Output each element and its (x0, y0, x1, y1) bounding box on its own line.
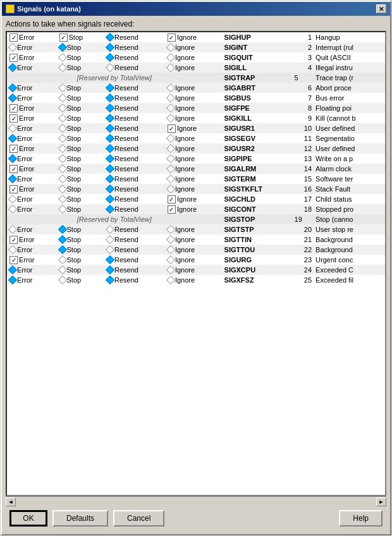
stop-checkbox[interactable] (58, 265, 66, 274)
stop-checkbox[interactable] (58, 245, 66, 254)
ignore-checkbox[interactable] (166, 144, 175, 153)
ignore-checkbox[interactable] (166, 255, 175, 264)
error-checkbox[interactable] (8, 83, 17, 92)
error-checkbox[interactable] (8, 245, 17, 254)
ignore-checkbox[interactable] (166, 185, 175, 193)
error-checkbox[interactable] (8, 124, 17, 133)
error-checkbox[interactable] (8, 195, 17, 204)
error-checkbox[interactable] (8, 43, 17, 52)
defaults-button[interactable]: Defaults (52, 510, 108, 527)
stop-checkbox[interactable] (58, 235, 66, 244)
resend-checkbox[interactable] (106, 134, 114, 143)
help-button[interactable]: Help (339, 510, 383, 527)
error-checkbox[interactable]: ✓ (9, 34, 18, 42)
stop-checkbox[interactable]: ✓ (59, 34, 68, 42)
stop-checkbox[interactable] (58, 276, 66, 284)
error-checkbox[interactable]: ✓ (9, 104, 18, 113)
error-checkbox[interactable]: ✓ (9, 256, 18, 264)
stop-checkbox[interactable] (58, 185, 66, 193)
scroll-left-btn[interactable]: ◄ (6, 497, 16, 506)
ignore-checkbox[interactable] (166, 276, 175, 284)
stop-checkbox[interactable] (58, 94, 66, 102)
resend-checkbox[interactable] (106, 83, 114, 92)
stop-checkbox[interactable] (58, 124, 66, 133)
stop-checkbox[interactable] (58, 104, 66, 113)
stop-checkbox[interactable] (58, 134, 66, 143)
resend-checkbox[interactable] (106, 235, 114, 244)
error-checkbox[interactable] (8, 154, 17, 163)
error-checkbox[interactable] (8, 174, 17, 183)
ignore-checkbox[interactable] (166, 174, 175, 183)
error-checkbox[interactable] (8, 265, 17, 274)
stop-checkbox[interactable] (58, 114, 66, 123)
error-checkbox[interactable]: ✓ (9, 165, 18, 173)
resend-checkbox[interactable] (106, 255, 114, 264)
signals-table-container[interactable]: ✓Error✓StopResend✓IgnoreSIGHUP1HangupErr… (6, 31, 386, 496)
ignore-checkbox[interactable] (166, 245, 175, 254)
stop-checkbox[interactable] (58, 83, 66, 92)
resend-checkbox[interactable] (106, 185, 114, 193)
resend-checkbox[interactable] (106, 265, 114, 274)
scroll-right-btn[interactable]: ► (376, 497, 386, 506)
cancel-button[interactable]: Cancel (113, 510, 164, 527)
resend-checkbox[interactable] (106, 164, 114, 173)
stop-checkbox[interactable] (58, 255, 66, 264)
stop-checkbox[interactable] (58, 195, 66, 204)
stop-checkbox[interactable] (58, 174, 66, 183)
error-checkbox[interactable]: ✓ (9, 114, 18, 123)
ignore-checkbox[interactable] (166, 104, 175, 113)
error-checkbox[interactable]: ✓ (9, 145, 18, 153)
error-checkbox[interactable] (8, 134, 17, 143)
error-checkbox[interactable]: ✓ (9, 185, 18, 193)
error-checkbox[interactable] (8, 205, 17, 214)
ignore-checkbox[interactable] (166, 265, 175, 274)
resend-checkbox[interactable] (106, 154, 114, 163)
resend-checkbox[interactable] (106, 225, 114, 234)
resend-checkbox[interactable] (106, 195, 114, 204)
stop-checkbox[interactable] (58, 205, 66, 214)
resend-checkbox[interactable] (106, 174, 114, 183)
stop-checkbox[interactable] (58, 164, 66, 173)
error-checkbox[interactable]: ✓ (9, 54, 18, 62)
ignore-checkbox[interactable] (166, 164, 175, 173)
stop-checkbox[interactable] (58, 43, 66, 52)
error-checkbox[interactable] (8, 225, 17, 234)
error-checkbox[interactable] (8, 94, 17, 102)
ignore-checkbox[interactable] (166, 134, 175, 143)
close-button[interactable]: ✕ (376, 4, 386, 13)
error-checkbox[interactable]: ✓ (9, 236, 18, 244)
ignore-checkbox[interactable] (166, 94, 175, 102)
ignore-checkbox[interactable] (166, 235, 175, 244)
stop-checkbox[interactable] (58, 225, 66, 234)
resend-checkbox[interactable] (106, 63, 114, 72)
ignore-checkbox[interactable]: ✓ (168, 34, 176, 42)
ignore-checkbox[interactable] (166, 225, 175, 234)
resend-checkbox[interactable] (106, 276, 114, 284)
resend-checkbox[interactable] (106, 33, 114, 42)
resend-checkbox[interactable] (106, 104, 114, 113)
resend-checkbox[interactable] (106, 94, 114, 102)
ignore-checkbox[interactable]: ✓ (168, 205, 176, 214)
resend-checkbox[interactable] (106, 43, 114, 52)
ignore-checkbox[interactable] (166, 63, 175, 72)
stop-checkbox[interactable] (58, 53, 66, 62)
ignore-checkbox[interactable]: ✓ (168, 125, 176, 133)
ignore-checkbox[interactable]: ✓ (168, 195, 176, 204)
error-checkbox[interactable] (8, 276, 17, 284)
ignore-checkbox[interactable] (166, 53, 175, 62)
ignore-checkbox[interactable] (166, 43, 175, 52)
resend-checkbox[interactable] (106, 114, 114, 123)
stop-checkbox[interactable] (58, 63, 66, 72)
resend-checkbox[interactable] (106, 245, 114, 254)
resend-checkbox[interactable] (106, 124, 114, 133)
resend-checkbox[interactable] (106, 53, 114, 62)
stop-checkbox[interactable] (58, 154, 66, 163)
error-checkbox[interactable] (8, 63, 17, 72)
ignore-checkbox[interactable] (166, 154, 175, 163)
ok-button[interactable]: OK (9, 510, 47, 527)
resend-checkbox[interactable] (106, 205, 114, 214)
stop-checkbox[interactable] (58, 144, 66, 153)
ignore-checkbox[interactable] (166, 83, 175, 92)
resend-checkbox[interactable] (106, 144, 114, 153)
ignore-checkbox[interactable] (166, 114, 175, 123)
